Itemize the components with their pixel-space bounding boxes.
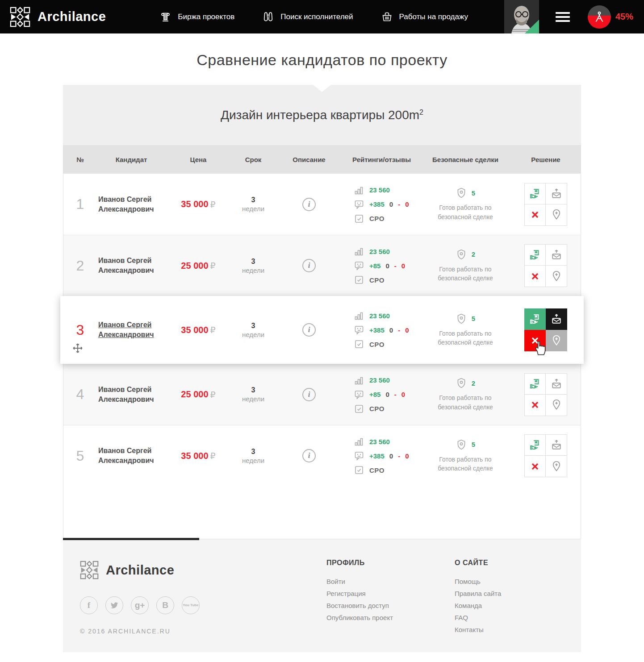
nav-projects-exchange[interactable]: Биржа проектов xyxy=(159,11,234,23)
send-message-button[interactable] xyxy=(546,183,567,204)
candidate-name-link[interactable]: Иванов Сергей Александрович xyxy=(98,195,161,214)
footer-link-help[interactable]: Помощь xyxy=(455,578,583,585)
footer-link-faq[interactable]: FAQ xyxy=(455,614,583,621)
footer: Archilance f g+ В You Tube © 2016 ARCHIL… xyxy=(63,539,581,652)
info-icon[interactable]: i xyxy=(302,323,316,337)
footer-link-contacts[interactable]: Контакты xyxy=(455,626,583,633)
drag-handle-icon[interactable] xyxy=(72,341,84,358)
col-header-num: № xyxy=(63,156,97,163)
nav-works-for-sale[interactable]: Работы на продажу xyxy=(381,11,468,23)
col-header-decision: Решение xyxy=(510,156,581,163)
youtube-icon[interactable]: You Tube xyxy=(182,596,200,614)
candidate-name-link[interactable]: Иванов Сергей Александрович xyxy=(98,320,161,339)
price-value: 35 000 xyxy=(181,325,208,335)
reject-button[interactable] xyxy=(524,395,546,416)
currency-symbol: ₽ xyxy=(210,451,216,461)
bar-chart-icon xyxy=(354,310,364,321)
candidate-name-link[interactable]: Иванов Сергей Александрович xyxy=(98,256,161,275)
candidate-name-link[interactable]: Иванов Сергей Александрович xyxy=(98,446,161,465)
candidate-row: 4 Иванов Сергей Александрович 25 000 ₽ 3… xyxy=(63,364,581,425)
safe-deals-cell: 5 Готов работать по безопасной сделке xyxy=(421,439,510,473)
user-avatar[interactable] xyxy=(504,0,539,33)
hire-button[interactable] xyxy=(524,244,546,266)
pin-button[interactable] xyxy=(546,456,567,477)
pin-button[interactable] xyxy=(546,266,567,287)
reject-x-icon xyxy=(531,462,539,471)
send-message-button[interactable] xyxy=(546,308,567,330)
hire-button[interactable] xyxy=(524,434,546,456)
col-header-ratings: Рейтинги/отзывы xyxy=(343,156,421,163)
ratings-cell: 23 560 +3850-0 СРО xyxy=(343,436,421,475)
currency-symbol: ₽ xyxy=(210,390,216,400)
footer-link-publish[interactable]: Опубликовать проект xyxy=(326,614,455,621)
bar-chart-icon xyxy=(354,375,364,386)
pin-plus-icon xyxy=(550,270,563,283)
reject-x-icon xyxy=(531,272,539,281)
nav-find-performers[interactable]: Поиск исполнителей xyxy=(262,11,353,23)
info-icon[interactable]: i xyxy=(302,388,316,401)
decision-buttons xyxy=(524,183,567,226)
pin-plus-icon xyxy=(550,208,563,221)
candidate-row: 5 Иванов Сергей Александрович 35 000 ₽ 3… xyxy=(63,425,581,486)
price-cell: 25 000 ₽ xyxy=(166,261,231,271)
footer-link-team[interactable]: Команда xyxy=(455,602,583,609)
hire-button[interactable] xyxy=(524,373,546,395)
hire-button[interactable] xyxy=(524,308,546,330)
compass-icon xyxy=(593,10,606,24)
footer-link-rules[interactable]: Правила сайта xyxy=(455,590,583,597)
google-plus-icon[interactable]: g+ xyxy=(131,596,149,614)
archilance-logo-icon xyxy=(10,7,30,27)
col-header-safe-deals: Безопасные сделки xyxy=(421,156,510,163)
send-message-button[interactable] xyxy=(546,434,567,456)
profile-progress-badge[interactable] xyxy=(588,5,611,29)
ratings-cell: 23 560 +850-0 СРО xyxy=(343,375,421,414)
reject-button[interactable] xyxy=(524,456,546,477)
info-icon[interactable]: i xyxy=(302,198,316,211)
price-value: 25 000 xyxy=(181,389,208,400)
footer-link-restore[interactable]: Востановить доступ xyxy=(326,602,455,609)
ratings-cell: 23 560 +850-0 СРО xyxy=(343,246,421,285)
hire-deal-icon xyxy=(529,313,541,325)
hire-deal-icon xyxy=(529,378,541,390)
twitter-icon[interactable] xyxy=(105,596,123,614)
mail-send-icon xyxy=(550,187,563,200)
reject-button[interactable] xyxy=(524,204,546,226)
send-message-button[interactable] xyxy=(546,373,567,395)
vk-icon[interactable]: В xyxy=(156,596,174,614)
info-icon[interactable]: i xyxy=(302,449,316,462)
reviews-icon xyxy=(354,450,364,461)
row-number: 1 xyxy=(63,196,97,212)
basket-icon xyxy=(381,11,393,23)
brand[interactable]: Archilance xyxy=(10,7,106,27)
hire-button[interactable] xyxy=(524,183,546,204)
project-band: Дизайн интерьера квартиры 200m2 xyxy=(63,85,581,145)
term-cell: 3недели xyxy=(231,386,276,403)
price-cell: 25 000 ₽ xyxy=(166,389,231,400)
footer-link-register[interactable]: Регистрация xyxy=(326,590,455,597)
pin-button[interactable] xyxy=(546,204,567,226)
hire-deal-icon xyxy=(529,187,541,200)
send-message-button[interactable] xyxy=(546,244,567,266)
top-bar: Archilance Биржа проектов xyxy=(0,0,644,33)
currency-symbol: ₽ xyxy=(210,325,216,335)
price-value: 35 000 xyxy=(181,199,208,209)
reject-button[interactable] xyxy=(524,330,546,351)
reject-x-icon xyxy=(531,210,539,219)
shield-icon xyxy=(456,439,467,450)
safe-deals-cell: 5 Готов работать по безопасной сделке xyxy=(421,187,510,221)
binoculars-icon xyxy=(262,11,274,23)
pin-button[interactable] xyxy=(546,395,567,416)
col-header-term: Срок xyxy=(231,156,276,163)
checkbox-icon xyxy=(354,465,364,475)
menu-icon[interactable] xyxy=(556,10,570,24)
facebook-icon[interactable]: f xyxy=(80,596,98,614)
candidate-name-link[interactable]: Иванов Сергей Александрович xyxy=(98,385,161,404)
table-header: № Кандидат Цена Срок Описание Рейтинги/о… xyxy=(63,145,581,174)
reject-button[interactable] xyxy=(524,266,546,287)
info-icon[interactable]: i xyxy=(302,259,316,272)
hire-deal-icon xyxy=(529,249,541,261)
term-cell: 3недели xyxy=(231,258,276,274)
pin-button[interactable] xyxy=(546,330,567,351)
pin-plus-icon xyxy=(550,399,563,411)
footer-link-login[interactable]: Войти xyxy=(326,578,455,585)
